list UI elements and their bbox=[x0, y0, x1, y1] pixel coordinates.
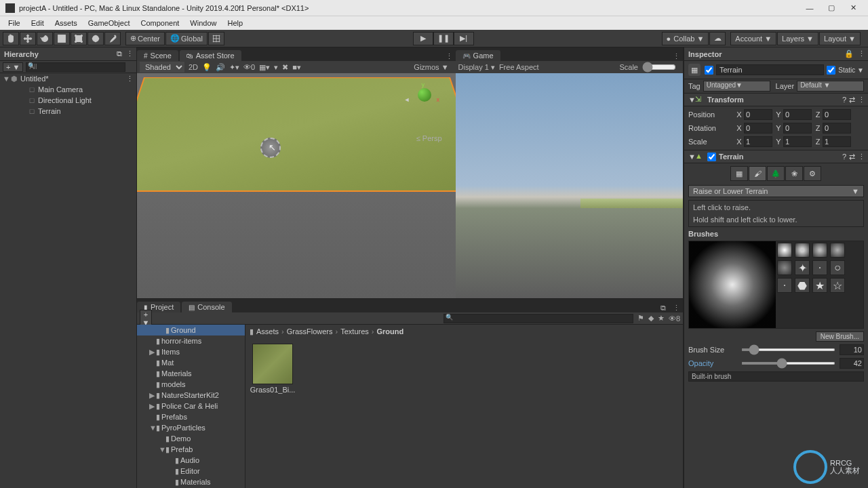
terrain-details-button[interactable]: ❀ bbox=[785, 166, 803, 181]
opacity-slider[interactable] bbox=[741, 362, 835, 365]
persp-label[interactable]: ≤ Persp bbox=[416, 134, 442, 142]
snap-button[interactable] bbox=[208, 32, 224, 45]
game-tab-menu-icon[interactable]: ⋮ bbox=[669, 52, 683, 61]
game-scale-slider[interactable] bbox=[642, 62, 676, 73]
scene-tab-menu-icon[interactable]: ⋮ bbox=[441, 52, 456, 61]
static-checkbox[interactable] bbox=[827, 66, 835, 75]
terrain-trees-button[interactable]: 🌲 bbox=[767, 166, 785, 181]
hierarchy-item-directional-light[interactable]: □Directional Light bbox=[0, 95, 136, 106]
position-y-input[interactable] bbox=[783, 109, 812, 120]
rotate-tool-button[interactable] bbox=[37, 32, 53, 45]
menu-gameobject[interactable]: GameObject bbox=[83, 19, 136, 27]
menu-file[interactable]: File bbox=[3, 19, 26, 27]
folder-demo[interactable]: ▮Demo bbox=[137, 433, 245, 444]
brush-item-hex[interactable]: ⬣ bbox=[795, 278, 810, 293]
brush-item-9[interactable]: · bbox=[777, 278, 792, 293]
account-dropdown[interactable]: Account ▼ bbox=[730, 32, 776, 45]
static-dropdown[interactable]: Static ▼ bbox=[838, 66, 864, 74]
position-z-input[interactable] bbox=[823, 109, 851, 120]
collab-dropdown[interactable]: ●Collab ▼ bbox=[662, 32, 709, 45]
brush-item-cross[interactable]: ✦ bbox=[795, 260, 810, 275]
cloud-button[interactable]: ☁ bbox=[709, 32, 726, 45]
breadcrumb-assets[interactable]: Assets bbox=[256, 327, 279, 336]
project-popout-icon[interactable]: ⧉ bbox=[658, 304, 669, 312]
terrain-foldout-icon[interactable]: ▼ bbox=[688, 152, 695, 161]
inspector-menu-icon[interactable]: ⋮ bbox=[858, 49, 864, 58]
preset-icon[interactable]: ⇄ bbox=[849, 152, 855, 161]
layers-dropdown[interactable]: Layers ▼ bbox=[777, 32, 818, 45]
folder-police-car-heli[interactable]: ▶▮Police Car & Heli bbox=[137, 401, 245, 411]
terrain-settings-button[interactable]: ⚙ bbox=[804, 166, 821, 181]
folder-horror-items[interactable]: ▮horror-items bbox=[137, 336, 245, 346]
transform-tool-button[interactable] bbox=[87, 32, 104, 45]
breadcrumb-grassflowers[interactable]: GrassFlowers bbox=[287, 327, 333, 336]
help-icon[interactable]: ? bbox=[842, 96, 846, 104]
gameobject-name-input[interactable] bbox=[716, 64, 824, 75]
custom-tool-button[interactable] bbox=[104, 32, 121, 45]
folder-pyroparticles[interactable]: ▼▮PyroParticles bbox=[137, 422, 245, 433]
folder-items[interactable]: ▶▮Items bbox=[137, 346, 245, 357]
filter-by-type-icon[interactable]: ⚑ bbox=[637, 314, 644, 323]
gameobject-icon[interactable]: ▦ bbox=[688, 64, 701, 76]
tab-game[interactable]: 🎮Game bbox=[456, 50, 500, 61]
brush-item-2[interactable] bbox=[795, 243, 810, 258]
hierarchy-menu-icon[interactable]: ⋮ bbox=[126, 49, 132, 58]
brush-item-8[interactable]: ○ bbox=[830, 260, 845, 275]
hierarchy-create-button[interactable]: + ▼ bbox=[3, 62, 23, 72]
scene-visibility-toggle[interactable]: 👁0 bbox=[243, 63, 255, 71]
scale-y-input[interactable] bbox=[783, 136, 812, 147]
game-viewport[interactable] bbox=[456, 73, 683, 298]
hidden-packages-icon[interactable]: 👁8 bbox=[669, 314, 680, 323]
preset-icon[interactable]: ⇄ bbox=[849, 96, 855, 104]
brush-size-slider[interactable] bbox=[741, 348, 835, 351]
hierarchy-popout-icon[interactable]: ⧉ bbox=[117, 49, 122, 58]
brush-item-noise[interactable] bbox=[777, 260, 792, 275]
folder-ground[interactable]: ▮Ground bbox=[137, 325, 245, 336]
layout-dropdown[interactable]: Layout ▼ bbox=[819, 32, 861, 45]
terrain-enabled-checkbox[interactable] bbox=[707, 152, 716, 161]
brush-item-soft-round[interactable] bbox=[777, 243, 792, 258]
scene-audio-toggle[interactable]: 🔊 bbox=[216, 63, 225, 72]
game-aspect-dropdown[interactable]: Free Aspect bbox=[499, 63, 539, 71]
toggle-2d[interactable]: 2D bbox=[189, 63, 198, 71]
folder-materials[interactable]: ▮Materials bbox=[137, 368, 245, 379]
scene-menu-icon[interactable]: ⋮ bbox=[126, 75, 132, 83]
brush-item-3[interactable] bbox=[812, 243, 827, 258]
menu-edit[interactable]: Edit bbox=[26, 19, 50, 27]
project-menu-icon[interactable]: ⋮ bbox=[669, 304, 683, 312]
inspector-lock-icon[interactable]: 🔒 bbox=[844, 49, 854, 58]
close-button[interactable]: ✕ bbox=[844, 1, 863, 15]
menu-assets[interactable]: Assets bbox=[50, 19, 83, 27]
tab-scene[interactable]: #Scene bbox=[137, 50, 178, 61]
favorites-filter-icon[interactable]: ★ bbox=[658, 314, 665, 323]
scene-viewport[interactable]: ↖ y x ◄ ≤ Persp bbox=[137, 73, 456, 298]
maximize-button[interactable]: ▢ bbox=[822, 1, 841, 15]
hierarchy-scene-row[interactable]: ▼⬢ Untitled* ⋮ bbox=[0, 73, 136, 84]
tab-asset-store[interactable]: 🛍Asset Store bbox=[180, 50, 241, 61]
breadcrumb-textures[interactable]: Textures bbox=[340, 327, 369, 336]
rotation-x-input[interactable] bbox=[744, 123, 772, 134]
menu-window[interactable]: Window bbox=[184, 19, 222, 27]
folder-mat[interactable]: ▮Mat bbox=[137, 357, 245, 368]
play-button[interactable]: ▶ bbox=[413, 32, 433, 45]
hierarchy-item-terrain[interactable]: □Terrain bbox=[0, 106, 136, 117]
scene-camera-icon[interactable]: ■▾ bbox=[292, 63, 301, 72]
folder-naturestarterkit2[interactable]: ▶▮NatureStarterKit2 bbox=[137, 390, 245, 401]
filter-by-label-icon[interactable]: ◆ bbox=[648, 314, 654, 323]
scene-fx-toggle[interactable]: ✦▾ bbox=[229, 63, 239, 72]
component-menu-icon[interactable]: ⋮ bbox=[858, 152, 864, 161]
menu-component[interactable]: Component bbox=[135, 19, 184, 27]
terrain-paint-button[interactable]: 🖌 bbox=[749, 166, 766, 181]
scene-tools-icon[interactable]: ✖ bbox=[282, 63, 288, 72]
hand-tool-button[interactable] bbox=[3, 32, 19, 45]
tab-console[interactable]: ▤Console bbox=[182, 302, 231, 312]
move-tool-button[interactable] bbox=[20, 32, 36, 45]
asset-grass01[interactable]: Grass01_Bi... bbox=[251, 344, 294, 394]
scale-x-input[interactable] bbox=[744, 136, 772, 147]
folder-prefabs[interactable]: ▮Prefabs bbox=[137, 411, 245, 422]
rect-tool-button[interactable] bbox=[71, 32, 87, 45]
brush-item-star-outline[interactable]: ☆ bbox=[830, 278, 845, 293]
terrain-create-neighbor-button[interactable]: ▦ bbox=[730, 166, 748, 181]
shading-mode-dropdown[interactable]: Shaded bbox=[140, 62, 184, 73]
orientation-gizmo[interactable]: y x ◄ bbox=[403, 81, 443, 122]
